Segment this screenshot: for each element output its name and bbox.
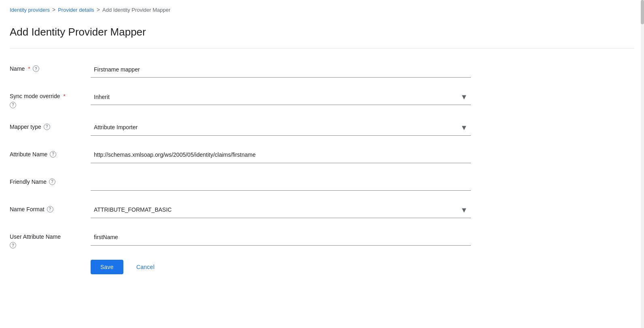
name-format-select-wrapper: ATTRIBUTE_FORMAT_BASIC ATTRIBUTE_FORMAT_… bbox=[91, 202, 471, 218]
name-label: Name bbox=[10, 65, 25, 72]
attribute-name-label: Attribute Name bbox=[10, 151, 47, 158]
user-attribute-name-label-col: User Attribute Name ? bbox=[10, 229, 91, 249]
breadcrumb: Identity providers > Provider details > … bbox=[10, 6, 634, 13]
save-button[interactable]: Save bbox=[91, 260, 123, 274]
mapper-type-select-wrapper: Attribute Importer Hardcoded Role Hardco… bbox=[91, 120, 471, 136]
form-row-attribute-name: Attribute Name ? bbox=[10, 147, 471, 163]
attribute-name-help-icon[interactable]: ? bbox=[50, 151, 56, 158]
sync-mode-select-wrapper: Inherit Legacy Import Force ▼ bbox=[91, 89, 471, 105]
scrollbar-track bbox=[641, 0, 644, 328]
form-container: Name * ? Sync mode override * ? bbox=[10, 61, 471, 248]
sync-mode-required-star: * bbox=[64, 93, 66, 99]
user-attribute-name-label: User Attribute Name bbox=[10, 233, 61, 240]
sync-mode-field-col: Inherit Legacy Import Force ▼ bbox=[91, 89, 471, 105]
form-divider bbox=[10, 48, 634, 48]
attribute-name-field-col bbox=[91, 147, 471, 163]
form-row-sync-mode: Sync mode override * ? Inherit Legacy Im… bbox=[10, 89, 471, 108]
breadcrumb-link-provider-details[interactable]: Provider details bbox=[58, 7, 94, 13]
mapper-type-label: Mapper type bbox=[10, 124, 41, 130]
name-field-col bbox=[91, 61, 471, 78]
mapper-type-label-col: Mapper type ? bbox=[10, 120, 91, 130]
name-label-col: Name * ? bbox=[10, 61, 91, 72]
friendly-name-help-icon[interactable]: ? bbox=[49, 179, 55, 185]
name-help-icon[interactable]: ? bbox=[33, 65, 39, 72]
name-format-label-col: Name Format ? bbox=[10, 202, 91, 212]
scrollbar-thumb[interactable] bbox=[641, 0, 644, 24]
form-row-mapper-type: Mapper type ? Attribute Importer Hardcod… bbox=[10, 120, 471, 136]
mapper-type-help-icon[interactable]: ? bbox=[44, 124, 50, 130]
name-format-label: Name Format bbox=[10, 206, 44, 212]
name-required-star: * bbox=[28, 65, 30, 72]
page-container: Identity providers > Provider details > … bbox=[0, 0, 644, 328]
name-format-help-icon[interactable]: ? bbox=[47, 206, 53, 212]
name-format-select[interactable]: ATTRIBUTE_FORMAT_BASIC ATTRIBUTE_FORMAT_… bbox=[91, 202, 471, 218]
name-input[interactable] bbox=[91, 61, 471, 78]
sync-mode-help-icon[interactable]: ? bbox=[10, 102, 16, 108]
attribute-name-input[interactable] bbox=[91, 147, 471, 163]
page-title: Add Identity Provider Mapper bbox=[10, 26, 634, 38]
breadcrumb-current: Add Identity Provider Mapper bbox=[102, 7, 170, 13]
name-format-field-col: ATTRIBUTE_FORMAT_BASIC ATTRIBUTE_FORMAT_… bbox=[91, 202, 471, 218]
friendly-name-label-col: Friendly Name ? bbox=[10, 175, 91, 185]
friendly-name-label: Friendly Name bbox=[10, 179, 47, 185]
sync-mode-select[interactable]: Inherit Legacy Import Force bbox=[91, 89, 471, 105]
mapper-type-select[interactable]: Attribute Importer Hardcoded Role Hardco… bbox=[91, 120, 471, 136]
attribute-name-label-col: Attribute Name ? bbox=[10, 147, 91, 158]
breadcrumb-sep-1: > bbox=[52, 6, 55, 13]
breadcrumb-link-identity-providers[interactable]: Identity providers bbox=[10, 7, 50, 13]
user-attribute-name-field-col bbox=[91, 229, 471, 246]
user-attribute-name-input[interactable] bbox=[91, 229, 471, 246]
friendly-name-field-col bbox=[91, 175, 471, 191]
form-row-name: Name * ? bbox=[10, 61, 471, 78]
sync-mode-label-col: Sync mode override * ? bbox=[10, 89, 91, 108]
breadcrumb-sep-2: > bbox=[97, 6, 100, 13]
sync-mode-label: Sync mode override bbox=[10, 93, 60, 99]
form-row-user-attribute-name: User Attribute Name ? bbox=[10, 229, 471, 249]
cancel-button[interactable]: Cancel bbox=[130, 260, 161, 274]
button-row: Save Cancel bbox=[10, 260, 634, 274]
form-row-friendly-name: Friendly Name ? bbox=[10, 175, 471, 191]
mapper-type-field-col: Attribute Importer Hardcoded Role Hardco… bbox=[91, 120, 471, 136]
friendly-name-input[interactable] bbox=[91, 175, 471, 191]
user-attribute-name-help-icon[interactable]: ? bbox=[10, 242, 16, 248]
form-row-name-format: Name Format ? ATTRIBUTE_FORMAT_BASIC ATT… bbox=[10, 202, 471, 218]
